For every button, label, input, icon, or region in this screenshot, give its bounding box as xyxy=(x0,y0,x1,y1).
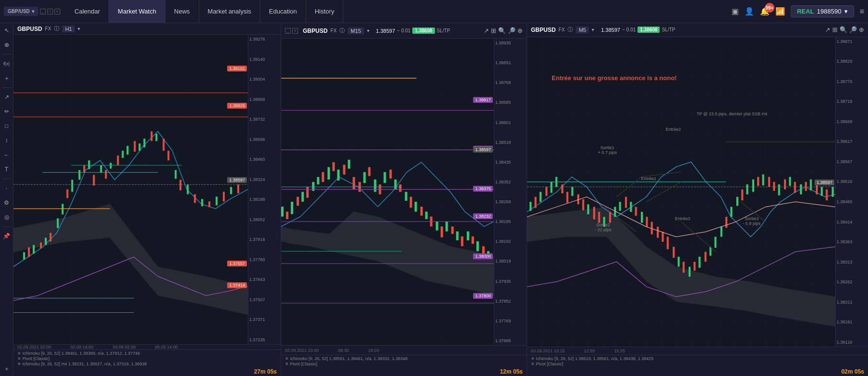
svg-rect-15 xyxy=(88,160,90,169)
nav-market-analysis[interactable]: Market analysis xyxy=(199,0,260,23)
chart2-level-138000: 1.38000 xyxy=(473,253,493,259)
svg-rect-49 xyxy=(281,39,494,345)
svg-rect-143 xyxy=(731,207,732,217)
chart3-info-icon[interactable]: ⓘ xyxy=(568,26,573,33)
tool-plus[interactable]: ＋ xyxy=(1,73,12,84)
chart2-timeframe[interactable]: M15 xyxy=(348,28,364,34)
svg-rect-34 xyxy=(201,199,203,206)
tool-settings[interactable]: ⚙ xyxy=(1,197,12,208)
svg-rect-122 xyxy=(619,202,621,211)
chart2-info-icon[interactable]: ⓘ xyxy=(339,27,345,34)
svg-rect-69 xyxy=(368,167,370,176)
price-axis-label: 1.38601 xyxy=(495,120,526,125)
chart2-tool-zoomin[interactable]: 🔍 xyxy=(498,27,506,34)
chart2-tool-zoomout[interactable]: 🔎 xyxy=(508,27,515,34)
chart1-info-icon[interactable]: ⓘ xyxy=(54,25,59,32)
price-axis-label: 1.37235 xyxy=(249,337,280,342)
price-axis-label: 1.38460 xyxy=(249,157,280,162)
chart2-label-137800: 1.37800 xyxy=(473,293,493,299)
nav-education[interactable]: Education xyxy=(260,0,306,23)
svg-rect-124 xyxy=(630,202,632,212)
tool-text[interactable]: T xyxy=(1,164,12,175)
tool-indicators[interactable]: f(x) xyxy=(1,58,12,69)
chart2-tool-more[interactable]: ⊕ xyxy=(517,27,523,34)
svg-rect-151 xyxy=(773,182,775,191)
svg-rect-90 xyxy=(476,241,479,251)
tool-arrow[interactable]: ← xyxy=(1,150,12,160)
svg-rect-65 xyxy=(348,160,350,168)
svg-rect-160 xyxy=(821,187,823,196)
tool-dots[interactable]: · xyxy=(1,183,12,194)
window-close[interactable]: × xyxy=(54,9,60,14)
svg-rect-14 xyxy=(83,165,85,172)
price-axis-label: 1.38019 xyxy=(495,259,526,264)
chart2-tool-line[interactable]: ↗ xyxy=(484,27,489,34)
window-minimize[interactable]: _ xyxy=(40,9,46,14)
nav-history[interactable]: History xyxy=(306,0,343,23)
chart3-tool-line[interactable]: ↗ xyxy=(825,26,830,33)
price-axis-label: 1.37780 xyxy=(249,257,280,262)
chart2-level-138597: 1.38597 xyxy=(473,146,493,153)
window-maximize[interactable]: □ xyxy=(47,9,53,14)
hamburger-menu[interactable]: ≡ xyxy=(860,7,864,16)
svg-rect-26 xyxy=(150,131,152,141)
chart3-type: FX xyxy=(558,27,565,32)
chart-body-3: Entrée sur une grosse annonce is a nono!… xyxy=(527,37,868,347)
price-axis-label: 1.38868 xyxy=(249,97,280,102)
tool-measure[interactable]: ↕ xyxy=(1,135,12,146)
svg-rect-86 xyxy=(456,231,459,240)
price-axis-label: 1.37371 xyxy=(249,317,280,322)
tool-crosshair[interactable]: ⊕ xyxy=(1,40,12,50)
monitor-icon[interactable]: ▣ xyxy=(732,7,739,16)
price-axis-label: 1.38414 xyxy=(837,220,867,224)
chart3-tool-candle[interactable]: ⊞ xyxy=(832,26,838,33)
svg-rect-56 xyxy=(301,192,304,202)
tool-layers[interactable]: ◎ xyxy=(1,212,12,223)
tool-pencil[interactable]: ✏ xyxy=(1,106,12,117)
account-selector[interactable]: REAL 1988590 ▾ xyxy=(791,5,854,17)
chart2-minimize[interactable]: _ xyxy=(285,28,291,34)
chart3-tool-zoomout[interactable]: 🔎 xyxy=(849,26,857,33)
svg-rect-20 xyxy=(117,155,119,165)
chart-canvas-1[interactable]: 1.39101 1.38925 1.38597 1.37557 1.37414 xyxy=(14,35,248,344)
chart1-type: FX xyxy=(45,26,51,31)
tool-add-chart[interactable]: ＋ xyxy=(1,363,12,374)
chart2-tool-candle[interactable]: ⊞ xyxy=(491,27,496,34)
signal-icon[interactable]: 📶 xyxy=(775,7,785,16)
svg-rect-35 xyxy=(208,201,210,207)
people-icon[interactable]: 👤 xyxy=(745,7,754,16)
tool-rectangle[interactable]: □ xyxy=(1,121,12,131)
svg-rect-108 xyxy=(545,187,547,196)
tool-pin[interactable]: 📌 xyxy=(1,231,12,241)
chart3-tool-zoomin[interactable]: 🔍 xyxy=(840,26,847,33)
price-axis-label: 1.37916 xyxy=(249,237,280,242)
nav-market-watch[interactable]: Market Watch xyxy=(109,0,165,23)
pair-dropdown-icon: ▾ xyxy=(32,9,34,14)
chart-canvas-2[interactable]: 1.38817 1.38558 1.38597 1.38375 1.38232 … xyxy=(281,39,494,345)
tool-trendline[interactable]: ↗ xyxy=(1,92,12,102)
chart3-level-current: 1.38597 xyxy=(814,180,834,185)
tool-cursor[interactable]: ↖ xyxy=(1,25,12,36)
svg-rect-129 xyxy=(657,227,659,238)
chart2-tools: ↗ ⊞ 🔍 🔎 ⊕ xyxy=(484,27,523,34)
chart2-label-138000: 1.38000 xyxy=(473,253,493,259)
svg-rect-4 xyxy=(28,247,30,257)
chart-canvas-3[interactable]: Entrée sur une grosse annonce is a nono!… xyxy=(527,37,835,347)
price-axis-label: 1.38719 xyxy=(837,99,867,104)
chart1-timeframe[interactable]: H1 xyxy=(62,26,75,32)
chart2-level-138232: 1.38232 xyxy=(473,213,493,219)
nav-calendar[interactable]: GBPUSD Calendar xyxy=(66,0,109,23)
chart2-change: − 0.01 xyxy=(397,28,410,33)
nav-news[interactable]: News xyxy=(165,0,199,23)
chart3-time-1: 03.09.2021 10:15 xyxy=(531,348,565,353)
chart2-time-1: 02.09.2021 23:00 xyxy=(285,348,319,353)
chart2-time-2: 08:30 xyxy=(338,348,349,353)
chart2-close[interactable]: × xyxy=(292,28,298,34)
svg-rect-18 xyxy=(105,170,107,179)
chart3-timeframe[interactable]: M5 xyxy=(576,27,589,33)
chart3-tool-more[interactable]: ⊕ xyxy=(859,26,864,33)
chart3-change: − 0.01 xyxy=(622,27,636,32)
chart2-level-137800: 1.37800 xyxy=(473,293,493,299)
pair-selector[interactable]: GBP/USD ▾ xyxy=(4,7,38,16)
svg-rect-25 xyxy=(143,139,145,147)
